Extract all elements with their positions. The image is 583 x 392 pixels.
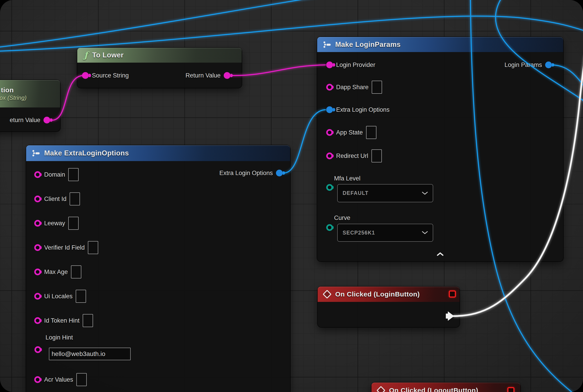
node-header[interactable]: On Clicked (LoginButton) [318,286,460,302]
login-hint-input[interactable] [49,348,131,360]
pin-label-dapp-share: Dapp Share [336,84,368,91]
input-pin-acr-values[interactable] [34,376,41,383]
client-id-value-field[interactable] [70,192,80,206]
pin-label-login-hint: Login Hint [46,334,73,341]
function-icon: ƒ [84,51,88,60]
input-pin-source-string[interactable] [82,72,89,79]
pin-label-return-value: eturn Value [10,117,40,124]
node-title: On Clicked (LoginButton) [335,290,420,298]
node-header[interactable]: tion ox (String) [0,80,60,108]
node-on-clicked-login-button[interactable]: On Clicked (LoginButton) [318,286,460,327]
node-title: tion [1,86,14,94]
blueprint-graph-canvas[interactable]: tion ox (String) eturn Value ƒ To Lower … [0,0,583,392]
leeway-value-field[interactable] [68,217,78,230]
pin-label-extra-login-options: Extra Login Options [220,170,273,177]
node-header[interactable]: On Clicked (LogoutButton) [372,382,520,392]
output-pin-extra-login-options[interactable] [276,170,283,176]
make-struct-icon [323,41,331,48]
input-pin-domain[interactable] [34,171,41,178]
chevron-down-icon [422,192,428,195]
domain-value-field[interactable] [68,168,78,181]
node-title: Make LoginParams [335,40,401,49]
mfa-level-value: DEFAULT [343,190,368,196]
node-make-login-params[interactable]: Make LoginParams Login Params Login Prov… [317,37,563,261]
node-header[interactable]: ƒ To Lower [77,48,242,63]
input-pin-mfa-level[interactable] [326,184,333,191]
pin-label-return-value: Return Value [186,72,220,79]
pin-label-extra-login-options: Extra Login Options [336,106,390,113]
pin-label-redirect-url: Redirect Url [336,152,368,160]
node-title: On Clicked (LogoutButton) [389,386,478,392]
input-pin-extra-login-options[interactable] [326,106,333,113]
input-pin-dapp-share[interactable] [326,84,333,90]
chevron-up-icon [436,252,444,256]
input-pin-redirect-url[interactable] [326,152,333,159]
mfa-level-dropdown[interactable]: DEFAULT [337,184,433,202]
collapse-node-button[interactable] [436,252,444,257]
node-to-lower[interactable]: ƒ To Lower Source String Return Value [77,48,242,88]
chevron-down-icon [422,231,428,234]
pin-label-id-token-hint: Id Token Hint [44,317,80,324]
input-pin-curve[interactable] [326,224,333,231]
pin-label-curve: Curve [334,214,350,222]
input-pin-login-provider[interactable] [326,62,333,68]
pin-label-leeway: Leeway [44,220,65,227]
node-title: Make ExtraLoginOptions [44,149,129,157]
node-subtitle: ox (String) [0,94,26,102]
id-token-hint-value-field[interactable] [83,314,93,327]
curve-dropdown[interactable]: SECP256K1 [337,224,433,242]
event-diamond-icon [376,386,386,392]
input-pin-id-token-hint[interactable] [34,317,41,324]
acr-values-value-field[interactable] [76,373,87,386]
pin-label-domain: Domain [44,171,65,178]
event-diamond-icon [322,290,332,299]
max-age-value-field[interactable] [71,266,81,278]
input-pin-client-id[interactable] [34,196,41,202]
input-pin-verifier-id-field[interactable] [34,244,41,251]
node-header[interactable]: Make ExtraLoginOptions [26,145,290,161]
wire-string-tolower-to-loginprovider [231,65,326,76]
pin-label-max-age: Max Age [44,268,68,276]
input-pin-ui-locales[interactable] [34,293,41,300]
exec-output-pin[interactable] [446,311,454,321]
output-pin-login-params[interactable] [545,62,552,68]
pin-label-client-id: Client Id [44,196,66,202]
stop-debug-icon[interactable] [507,387,514,392]
pin-label-verifier-id-field: Verifier Id Field [44,244,85,251]
curve-value: SECP256K1 [343,230,375,236]
node-title: To Lower [92,51,124,59]
pin-label-acr-values: Acr Values [44,376,73,383]
pin-label-login-params: Login Params [504,62,542,68]
redirect-url-value-field[interactable] [372,149,382,162]
pin-label-ui-locales: Ui Locales [44,293,72,300]
output-pin-return-value[interactable] [44,117,50,124]
input-pin-max-age[interactable] [34,268,41,275]
make-struct-icon [32,150,40,157]
output-pin-return-value[interactable] [224,72,230,79]
input-pin-app-state[interactable] [326,129,333,136]
pin-label-app-state: App State [336,129,363,136]
pin-label-mfa-level: Mfa Level [334,175,360,182]
stop-debug-icon[interactable] [449,290,456,298]
node-get-text-partial[interactable]: tion ox (String) eturn Value [0,80,60,131]
input-pin-login-hint[interactable] [34,346,41,353]
node-on-clicked-logout-button[interactable]: On Clicked (LogoutButton) [372,382,520,392]
node-header[interactable]: Make LoginParams [317,37,563,52]
input-pin-leeway[interactable] [34,220,41,227]
app-state-value-field[interactable] [366,126,376,139]
dapp-share-value-field[interactable] [372,81,382,94]
verifier-id-value-field[interactable] [88,241,98,254]
pin-label-source-string: Source String [92,72,129,79]
node-make-extra-login-options[interactable]: Make ExtraLoginOptions Extra Login Optio… [26,145,290,392]
pin-label-login-provider: Login Provider [336,62,375,68]
ui-locales-value-field[interactable] [76,290,86,303]
